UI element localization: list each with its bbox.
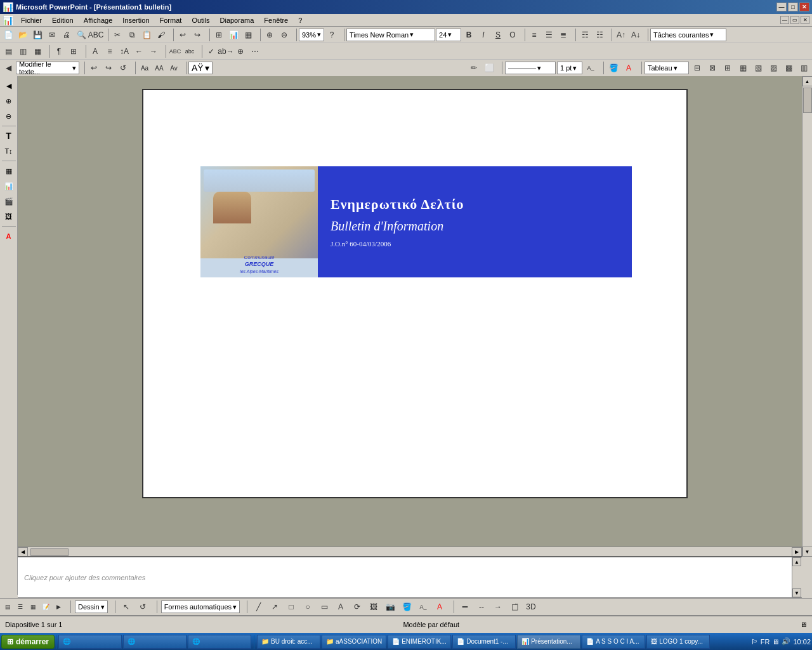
Aa-button[interactable]: Aa xyxy=(138,61,152,75)
text-align2-button[interactable]: ≡ xyxy=(103,44,117,58)
start-button[interactable]: ⊞ démarrer xyxy=(1,635,55,649)
comments-scrollbar[interactable]: ▲ ▼ xyxy=(792,557,802,597)
3d-style-button[interactable]: 3D xyxy=(524,600,538,614)
picture-insert-button[interactable]: 🖼 xyxy=(2,209,16,223)
font-size-decrease-button[interactable]: A↓ xyxy=(629,28,643,42)
table-border3-button[interactable]: ⊞ xyxy=(721,61,735,75)
open-button[interactable]: 📂 xyxy=(16,28,30,42)
number-list-button[interactable]: ☷ xyxy=(593,28,606,42)
view-normal-button[interactable]: ▤ xyxy=(3,602,13,612)
font-color2-button[interactable]: A xyxy=(2,229,16,243)
clipart-tool-button[interactable]: 🖼 xyxy=(367,600,381,614)
close-button[interactable]: ✕ xyxy=(799,3,809,11)
menu-edition[interactable]: Edition xyxy=(49,16,76,25)
view-notes-button[interactable]: 📝 xyxy=(41,602,51,612)
align-left-button[interactable]: ≡ xyxy=(527,28,541,42)
comments-scroll-up-button[interactable]: ▲ xyxy=(792,557,801,566)
collapse-button[interactable]: ⊖ xyxy=(277,28,291,42)
table-border6-button[interactable]: ▨ xyxy=(766,61,780,75)
picture-tool-button[interactable]: 📷 xyxy=(383,600,397,614)
inner-restore-button[interactable]: ▭ xyxy=(790,16,799,24)
line-style-dropdown[interactable]: ———— ▾ xyxy=(505,62,556,74)
table-border4-button[interactable]: ▦ xyxy=(736,61,750,75)
text-v-tool-button[interactable]: T↕ xyxy=(2,144,16,158)
view-outline-button[interactable]: ☰ xyxy=(15,602,25,612)
abc-btn[interactable]: ABC xyxy=(168,44,182,58)
align-right-button[interactable]: ≣ xyxy=(556,28,570,42)
tables-button[interactable]: ▦ xyxy=(241,28,255,42)
font-size-dropdown[interactable]: 24 ▾ xyxy=(436,29,461,41)
left-arrow-nav-button[interactable]: ◀ xyxy=(2,79,16,93)
vertical-scrollbar[interactable]: ▲ ▼ xyxy=(802,76,812,557)
insert-table-button[interactable]: ⊞ xyxy=(212,28,226,42)
print-button[interactable]: 🖨 xyxy=(60,28,74,42)
print-preview-button[interactable]: 🔍 xyxy=(74,28,88,42)
new-button[interactable]: 📄 xyxy=(1,28,15,42)
table-border8-button[interactable]: ▥ xyxy=(797,61,811,75)
formes-dropdown[interactable]: Formes automatiques ▾ xyxy=(161,600,240,613)
replace-button[interactable]: ab→ xyxy=(219,44,233,58)
refresh-button[interactable]: ↺ xyxy=(116,61,130,75)
shadow-button[interactable]: O xyxy=(506,28,520,42)
expand2-button[interactable]: ⊕ xyxy=(233,44,247,58)
tasks-dropdown[interactable]: Tâches courantes ▾ xyxy=(650,29,726,41)
table-border5-button[interactable]: ▧ xyxy=(751,61,765,75)
arrow-tool-button[interactable]: ↗ xyxy=(268,600,282,614)
left-panel-btn1[interactable]: ⊕ xyxy=(2,94,16,108)
taskbar-btn-presentation[interactable]: 📊 Présentation... xyxy=(517,635,580,649)
bold-button[interactable]: B xyxy=(462,28,476,42)
taskbar-btn-browser2[interactable]: 🌐 xyxy=(123,635,187,649)
left-panel-btn2[interactable]: ⊖ xyxy=(2,109,16,123)
view-slide-sort-button[interactable]: ▦ xyxy=(28,602,38,612)
media-insert-button[interactable]: 🎬 xyxy=(2,194,16,208)
eraser-button[interactable]: ⬜ xyxy=(482,61,496,75)
cursor-button[interactable]: ↖ xyxy=(119,600,133,614)
taskbar-btn-document1[interactable]: 📄 Document1 -... xyxy=(452,635,516,649)
scroll-down-button[interactable]: ▼ xyxy=(802,547,813,557)
dessin-dropdown[interactable]: Dessin ▾ xyxy=(75,600,108,613)
spell-button[interactable]: ABC xyxy=(89,28,103,42)
title-bar-controls[interactable]: — □ ✕ xyxy=(776,3,809,11)
color-button[interactable]: AŸ ▾ xyxy=(188,62,213,74)
menu-insertion[interactable]: Insertion xyxy=(120,16,152,25)
menu-diaporama[interactable]: Diaporama xyxy=(218,16,257,25)
v-scroll-thumb[interactable] xyxy=(803,88,812,113)
menu-format[interactable]: Format xyxy=(157,16,185,25)
taskbar-btn-associa[interactable]: 📄 A S S O C I A... xyxy=(582,635,645,649)
menu-fichier[interactable]: Fichier xyxy=(18,16,44,25)
underline-button[interactable]: S xyxy=(491,28,505,42)
ellipse-tool-button[interactable]: ○ xyxy=(301,600,315,614)
slide-design-button[interactable]: ▥ xyxy=(16,44,30,58)
undo-button[interactable]: ↩ xyxy=(176,28,190,42)
arrow-style-button[interactable]: → xyxy=(491,600,505,614)
rotate-button[interactable]: ↺ xyxy=(136,600,150,614)
Av-button[interactable]: Av xyxy=(167,61,181,75)
shadow-style-button[interactable]: □̈ xyxy=(508,600,521,614)
h-scroll-thumb[interactable] xyxy=(30,548,69,556)
pt-dropdown[interactable]: 1 pt ▾ xyxy=(557,62,582,74)
inner-close-button[interactable]: ✕ xyxy=(801,16,809,24)
modify-text-dropdown[interactable]: Modifier le texte... ▾ xyxy=(16,62,79,74)
copy-button[interactable]: ⧉ xyxy=(125,28,139,42)
text-vert-button[interactable]: ↕A xyxy=(117,44,131,58)
bullet-list-button[interactable]: ☶ xyxy=(578,28,592,42)
align-center-button[interactable]: ☰ xyxy=(542,28,556,42)
zoom-dropdown[interactable]: 93% ▾ xyxy=(299,29,324,41)
menu-fenetre[interactable]: Fenêtre xyxy=(261,16,291,25)
taskbar-btn-logo[interactable]: 🖼 LOGO 1 copy... xyxy=(646,635,710,649)
pencil-button[interactable]: ✏ xyxy=(467,61,481,75)
taskbar-btn-enimerotik[interactable]: 📄 ENIMEROTIK... xyxy=(388,635,451,649)
undo2-button[interactable]: ↩ xyxy=(87,61,101,75)
chart-insert-button[interactable]: 📊 xyxy=(2,179,16,193)
table-border1-button[interactable]: ⊟ xyxy=(690,61,704,75)
expand-button[interactable]: ⊕ xyxy=(263,28,277,42)
diagram-tool-button[interactable]: ⟳ xyxy=(350,600,364,614)
fill-color2-button[interactable]: 🪣 xyxy=(400,600,414,614)
spellcheck2-button[interactable]: ✓ xyxy=(204,44,218,58)
v-scroll-track[interactable] xyxy=(803,86,812,547)
demote-button[interactable]: → xyxy=(147,44,160,58)
table-insert-button[interactable]: ▦ xyxy=(2,164,16,178)
abc2-btn[interactable]: abc xyxy=(183,44,197,58)
email-button[interactable]: ✉ xyxy=(45,28,59,42)
font-color3-button[interactable]: A xyxy=(433,600,447,614)
